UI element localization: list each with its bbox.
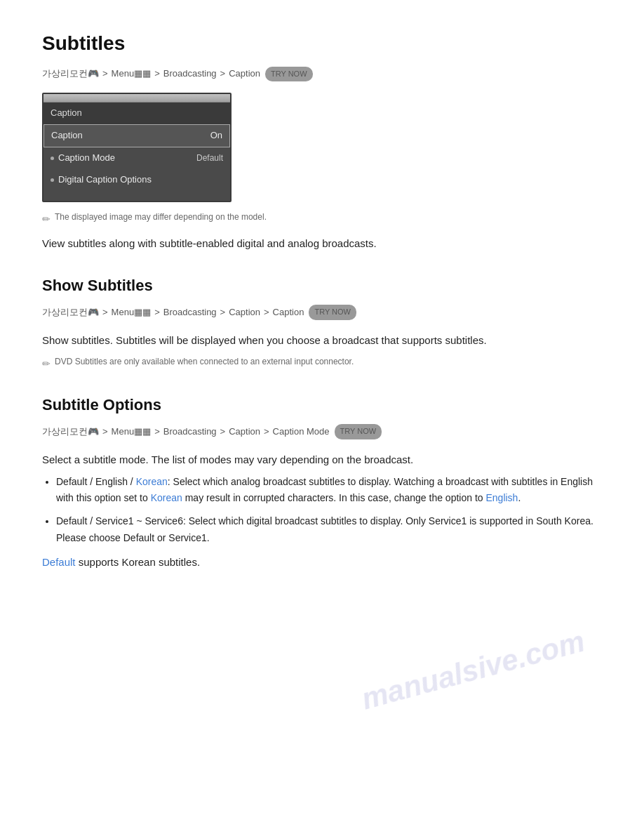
breadcrumb3-part-5: Caption Mode bbox=[273, 425, 330, 439]
breadcrumb3-sep-2: > bbox=[154, 425, 160, 439]
default-highlight: Default bbox=[42, 556, 76, 568]
section3-description: Select a subtitle mode. The list of mode… bbox=[42, 451, 602, 469]
dot-icon-1 bbox=[51, 157, 54, 160]
breadcrumb2-part-1: 가상리모컨🎮 bbox=[42, 305, 99, 320]
section2-description: Show subtitles. Subtitles will be displa… bbox=[42, 331, 602, 350]
breadcrumb3-sep-4: > bbox=[264, 425, 269, 439]
breadcrumb-2: 가상리모컨🎮 > Menu▦▦ > Broadcasting > Caption… bbox=[42, 305, 602, 320]
note-icon-1: ✏ bbox=[42, 211, 51, 227]
breadcrumb3-sep-1: > bbox=[102, 425, 108, 439]
list-item-2-text: Default / Service1 ~ Service6: Select wh… bbox=[56, 515, 593, 543]
tv-screen-body: Caption Caption On Caption Mode Default … bbox=[43, 102, 230, 201]
breadcrumb-part-2: Menu▦▦ bbox=[112, 67, 152, 81]
breadcrumb2-part-5: Caption bbox=[273, 305, 304, 320]
breadcrumb-part-4: Caption bbox=[229, 67, 260, 81]
try-now-badge-2[interactable]: TRY NOW bbox=[309, 305, 356, 320]
page-title: Subtitles bbox=[42, 28, 602, 60]
note-line-1: ✏ The displayed image may differ dependi… bbox=[42, 211, 602, 227]
list-item-1-text-after: may result in corrupted characters. In t… bbox=[182, 492, 486, 503]
show-subtitles-heading: Show Subtitles bbox=[42, 273, 602, 298]
breadcrumb3-part-3: Broadcasting bbox=[163, 425, 217, 439]
breadcrumb-sep-1: > bbox=[102, 67, 108, 81]
breadcrumb2-part-4: Caption bbox=[229, 305, 260, 320]
tv-screen-top-bar bbox=[43, 94, 230, 102]
breadcrumb3-sep-3: > bbox=[220, 425, 226, 439]
list-item-2: Default / Service1 ~ Service6: Select wh… bbox=[56, 513, 602, 545]
note-line-2: ✏ DVD Subtitles are only available when … bbox=[42, 355, 602, 371]
breadcrumb3-part-4: Caption bbox=[229, 425, 260, 439]
breadcrumb2-sep-1: > bbox=[102, 305, 108, 320]
list-item-1: Default / English / Korean: Select which… bbox=[56, 474, 602, 506]
subtitle-options-heading: Subtitle Options bbox=[42, 392, 602, 417]
subtitles-section: Subtitles 가상리모컨🎮 > Menu▦▦ > Broadcasting… bbox=[42, 28, 602, 252]
tv-menu-item-caption: Caption On bbox=[43, 124, 230, 147]
breadcrumb2-part-3: Broadcasting bbox=[163, 305, 217, 320]
list-item-1-text-before: Default / English / bbox=[56, 476, 136, 487]
tv-menu-item-caption-value: On bbox=[210, 128, 222, 143]
list-item-1-highlight2: Korean bbox=[151, 492, 182, 503]
breadcrumb-sep-2: > bbox=[154, 67, 160, 81]
breadcrumb2-sep-2: > bbox=[154, 305, 160, 320]
tv-menu-item-caption-label: Caption bbox=[51, 128, 83, 143]
breadcrumb-part-1: 가상리모컨🎮 bbox=[42, 67, 99, 81]
breadcrumb-part-3: Broadcasting bbox=[163, 67, 217, 81]
try-now-badge-1[interactable]: TRY NOW bbox=[265, 67, 313, 82]
breadcrumb3-part-2: Menu▦▦ bbox=[112, 425, 152, 439]
breadcrumb-3: 가상리모컨🎮 > Menu▦▦ > Broadcasting > Caption… bbox=[42, 424, 602, 439]
subtitle-options-list: Default / English / Korean: Select which… bbox=[56, 474, 602, 545]
note-text-1: The displayed image may differ depending… bbox=[55, 211, 267, 224]
breadcrumb-1: 가상리모컨🎮 > Menu▦▦ > Broadcasting > Caption… bbox=[42, 67, 602, 82]
tv-menu-item-digital-caption-label: Digital Caption Options bbox=[51, 173, 152, 187]
list-item-1-highlight1: Korean bbox=[136, 476, 168, 487]
section1-description: View subtitles along with subtitle-enabl… bbox=[42, 234, 602, 253]
breadcrumb-sep-3: > bbox=[220, 67, 226, 81]
section3-footer-text: supports Korean subtitles. bbox=[79, 556, 200, 568]
watermark: manualsive.com bbox=[356, 618, 590, 620]
section3-footer: Default supports Korean subtitles. bbox=[42, 553, 602, 571]
tv-menu-item-caption-mode: Caption Mode Default bbox=[43, 147, 230, 169]
dot-icon-2 bbox=[51, 178, 54, 182]
list-item-1-text-end: . bbox=[518, 492, 521, 503]
breadcrumb3-part-1: 가상리모컨🎮 bbox=[42, 425, 99, 439]
tv-screen: Caption Caption On Caption Mode Default … bbox=[42, 93, 232, 202]
note-icon-2: ✏ bbox=[42, 356, 51, 371]
tv-menu-item-caption-mode-value: Default bbox=[196, 152, 223, 165]
breadcrumb2-part-2: Menu▦▦ bbox=[112, 305, 152, 320]
show-subtitles-section: Show Subtitles 가상리모컨🎮 > Menu▦▦ > Broadca… bbox=[42, 273, 602, 371]
tv-menu-item-digital-caption: Digital Caption Options bbox=[43, 169, 230, 191]
try-now-badge-3[interactable]: TRY NOW bbox=[335, 424, 382, 439]
breadcrumb2-sep-3: > bbox=[220, 305, 226, 320]
tv-screen-title: Caption bbox=[43, 102, 230, 124]
breadcrumb2-sep-4: > bbox=[264, 305, 269, 320]
tv-menu-item-caption-mode-label: Caption Mode bbox=[51, 151, 115, 166]
note-text-2: DVD Subtitles are only available when co… bbox=[55, 355, 354, 369]
subtitle-options-section: Subtitle Options 가상리모컨🎮 > Menu▦▦ > Broad… bbox=[42, 392, 602, 571]
list-item-1-highlight3: English bbox=[485, 492, 518, 503]
